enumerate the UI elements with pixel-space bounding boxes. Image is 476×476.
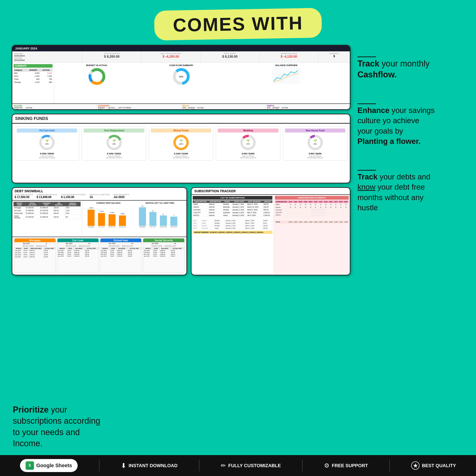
sinking-desc-text: Enhance your savingsculture yo achieveyo… xyxy=(357,105,464,147)
debt-months-bars: 14 11 8 7 Mortgage Car Loan School loan … xyxy=(135,205,185,228)
cf-expenses-section: EXPENSES BUDGETACTUALLEFT TO SPEND 7,500… xyxy=(97,104,181,110)
mortgage-card: Mortgage Apr 20259 PAYOFF DATE MONTHS LE… xyxy=(14,238,56,273)
svg-text:Car Loan: Car Loan xyxy=(99,226,104,228)
svg-text:Mortgage: Mortgage xyxy=(140,226,146,228)
ds-current-balance: CURRENT DEBT BALANCE$ 13,898.68 xyxy=(37,194,57,199)
priority-text: Prioritize yoursubscriptions accordingto… xyxy=(13,404,100,449)
sub-list-table: SUBSCRIPTION DESCRIPTION TERMS START DAT… xyxy=(193,200,272,217)
download-label: INSTANT DOWNLOAD xyxy=(129,463,178,468)
footer-google-sheets: S Google Sheets xyxy=(20,459,78,472)
footer-divider-3 xyxy=(302,460,303,471)
cf-bills-section: BILLS DUEBUDGETACTUAL 1700700 xyxy=(181,104,266,110)
fund-pet-title: Pet Care fund xyxy=(17,129,77,133)
subscription-panel: SUBSCRIPTION TRACKER LIST OF SUBSCRIPTIO… xyxy=(191,187,351,275)
svg-text:🌱: 🌱 xyxy=(313,139,317,142)
sub-title-bar: SUBSCRIPTION TRACKER xyxy=(191,188,350,195)
google-sheets-icon: S xyxy=(26,461,34,470)
mutual-donut: 🌱 100% xyxy=(173,134,189,151)
svg-rect-37 xyxy=(119,215,126,226)
customize-icon: ✏ xyxy=(221,462,226,469)
sinking-title-text: SINKING FUNDS xyxy=(15,116,48,121)
debt-table-area: CREDIT NAME INITIAL BALANCE CURRENT DEBT… xyxy=(12,201,82,237)
fund-wedding: Wedding 🌱 37% $ 550 / $1500 Goal: $ 1,50… xyxy=(216,126,280,161)
download-icon: ⬇ xyxy=(121,462,126,470)
support-icon: ⚙ xyxy=(324,462,329,469)
google-sheets-label: Google Sheets xyxy=(36,462,72,469)
svg-text:3,100: 3,100 xyxy=(100,211,104,212)
cf-budgeted-stat: TOTAL BUDGETED $ 8,200.00 xyxy=(82,51,141,63)
header-banner: COMES WITH xyxy=(154,8,322,41)
quality-label: BEST QUALITY xyxy=(422,463,456,468)
svg-text:14: 14 xyxy=(142,205,143,207)
svg-rect-48 xyxy=(160,215,167,226)
cf-date-area: Start Date 01/01/2024 End Date 01/31/202… xyxy=(12,51,82,63)
svg-text:🌱: 🌱 xyxy=(45,139,49,142)
cf-debts-section: DEBTS DUEBUDGETACTUAL 1700700 xyxy=(266,104,350,110)
footer-divider-4 xyxy=(389,460,390,471)
cashflow-panel: JANUARY 2024 Start Date 01/01/2024 End D… xyxy=(12,45,351,110)
cf-ending-stat: ENDING BALANCE $ -4,130.00 xyxy=(259,51,318,63)
fund-mutual: Mutual Funds 🌱 100% $ 1000 / $1000 Goal:… xyxy=(149,126,213,161)
schoolloan-card: School loan Jun 202514 PAYOFF DATE MONTH… xyxy=(100,238,142,273)
footer-divider-1 xyxy=(99,460,100,471)
debt-stats: INITIAL DEBT BALANCE$ 17,500.00 CURRENT … xyxy=(15,194,184,199)
svg-text:7: 7 xyxy=(173,215,174,216)
balance-line-chart xyxy=(272,67,300,84)
social-card: Social Security Jun 202514 PAYOFF DATE M… xyxy=(143,238,185,273)
footer-divider-2 xyxy=(199,460,199,471)
cashflow-stats-row: Start Date 01/01/2024 End Date 01/31/202… xyxy=(12,51,350,63)
svg-rect-34 xyxy=(87,210,94,226)
sub-payments-table: SUBSCRIPTION JAN FEB MAR APR MAY JUN JUL… xyxy=(275,200,349,223)
cf-content-area: SUMMARY CategoryBUDGETACTUAL Bills5,0005… xyxy=(12,63,350,103)
schoolloan-table: MONTHDATEBALANCEACTUAL PMT Jan 20241/1/2… xyxy=(101,247,142,257)
cf-summary-table: CategoryBUDGETACTUAL Bills5,0005,200 Ren… xyxy=(14,68,52,84)
svg-text:Social Sec: Social Sec xyxy=(119,226,125,228)
ds-months-left: MONTHS TILL DEBT FREE14 xyxy=(90,194,110,199)
header-area: COMES WITH xyxy=(0,0,476,39)
mortgage-header: Mortgage xyxy=(14,238,55,242)
wedding-donut: 🌱 37% xyxy=(240,134,256,151)
svg-text:40%: 40% xyxy=(314,143,317,145)
carloan-card: Car Loan Apr 202513 PAYOFF DATE MONTHS L… xyxy=(57,238,99,273)
house-donut: 🌱 40% xyxy=(307,134,323,151)
svg-rect-49 xyxy=(170,217,177,226)
svg-rect-47 xyxy=(150,212,156,226)
svg-text:40%: 40% xyxy=(113,143,116,145)
fund-house: New House Fund 🌱 40% $ 800 / $2000 Goal:… xyxy=(283,126,347,161)
cf-summary-area: SUMMARY CategoryBUDGETACTUAL Bills5,0005… xyxy=(12,63,54,103)
sinking-arrow-line xyxy=(357,103,464,104)
svg-text:2,880: 2,880 xyxy=(120,213,125,215)
carloan-table: MONTHDATEBALANCEACTUAL PMT Jan 20241/1/2… xyxy=(57,247,99,257)
budget-donut-chart xyxy=(88,67,106,86)
social-header: Social Security xyxy=(143,238,184,242)
sub-title-text: SUBSCRIPTION TRACKER xyxy=(194,189,236,193)
debt-title-bar: DEBT SNOWBALL INITIAL DEBT BALANCE$ 17,5… xyxy=(12,188,187,201)
svg-text:🌱: 🌱 xyxy=(246,139,250,142)
cf-budget-vs-actual: BUDGET VS ACTUAL xyxy=(55,64,138,102)
cashflow-desc-block: Track your monthlyCashflow. xyxy=(357,50,464,94)
svg-text:100%: 100% xyxy=(179,143,183,145)
mortgage-dates: Apr 20259 xyxy=(14,242,55,245)
sub-list-area: LIST OF SUBSCRIPTION SUBSCRIPTION DESCRI… xyxy=(191,195,274,274)
fund-tech-title: Tech Replacement xyxy=(84,129,144,133)
footer-support: ⚙ FREE SUPPORT xyxy=(324,462,368,469)
svg-text:60%: 60% xyxy=(179,76,183,78)
cashflow-month-label: JANUARY 2024 xyxy=(15,47,37,50)
svg-text:🌱: 🌱 xyxy=(179,139,183,142)
sub-content: LIST OF SUBSCRIPTION SUBSCRIPTION DESCRI… xyxy=(191,195,350,274)
cf-spent-stat: TOTAL SPENT $ 8,130.00 xyxy=(200,51,259,63)
pet-donut: 🌱 40% xyxy=(39,134,55,151)
mortgage-table: MONTHDATEDEBT BALANCEACTUAL PMT Jan 2024… xyxy=(14,247,55,258)
priority-text-area: Prioritize yoursubscriptions accordingto… xyxy=(13,404,100,449)
svg-text:School loan: School loan xyxy=(108,226,116,228)
svg-point-4 xyxy=(93,72,101,81)
debt-balance-bars: 3,596 3,100 3,000 2,880 Mortgage Car Loa… xyxy=(84,205,134,228)
ds-min-payment: TOTAL MIN MONTHLY PAYMENT$ 1,150.00 xyxy=(61,194,86,199)
cf-cashflow-summary: CASH FLOW SUMMARY 60% xyxy=(140,64,222,102)
svg-rect-9 xyxy=(272,67,300,84)
cashflow-desc-text: Track your monthlyCashflow. xyxy=(357,58,464,80)
cashflow-arrow-line xyxy=(357,56,464,57)
fund-tech: Tech Replacement 🌱 40% $ 1000 / $2500 Go… xyxy=(82,126,146,161)
descriptions-column: Track your monthlyCashflow. Enhance your… xyxy=(357,45,464,275)
fund-house-title: New House Fund xyxy=(285,129,345,133)
